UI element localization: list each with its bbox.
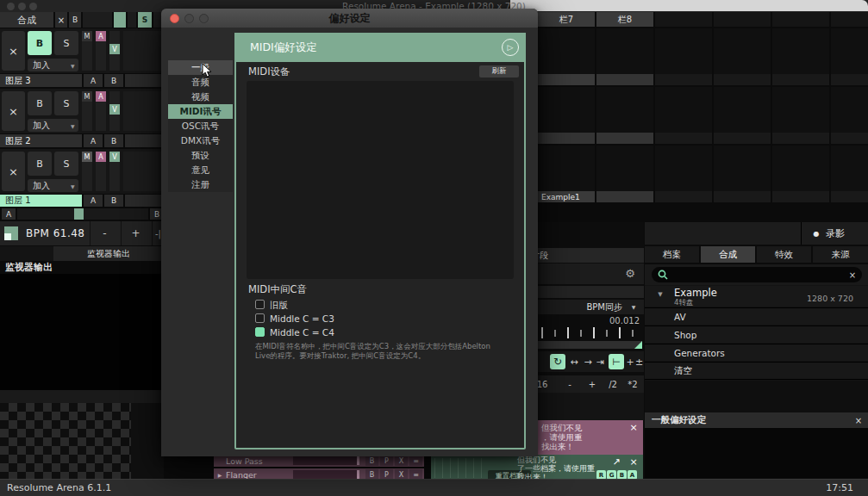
play-once-button[interactable]: → <box>582 354 594 369</box>
clip-label-empty[interactable] <box>655 191 712 202</box>
sidebar-item-midi[interactable]: MIDI讯号 <box>168 104 233 119</box>
composition-solo-cell[interactable]: S <box>138 12 152 28</box>
clip-label-empty[interactable] <box>596 133 653 144</box>
clip-label-empty[interactable] <box>714 191 771 202</box>
dialog-close-button[interactable] <box>170 14 179 23</box>
checkbox-legacy-label[interactable]: 旧版 <box>270 300 288 312</box>
layer3-mute-toggle[interactable]: M <box>82 31 92 41</box>
speed-pm-button[interactable]: ± <box>634 354 644 369</box>
layer1-video-toggle[interactable]: V <box>109 152 120 162</box>
clip-label-empty[interactable] <box>538 133 595 144</box>
list-item-clear[interactable]: 清空 <box>645 362 868 380</box>
monitor-output-tab[interactable]: 监视器输出 <box>53 246 164 261</box>
sidebar-item-general[interactable]: 一般 <box>168 60 233 75</box>
layer2-name[interactable]: 图层 2 <box>0 134 82 147</box>
midi-monitor-play-icon[interactable]: ▷ <box>502 39 519 56</box>
column-header-empty[interactable] <box>714 12 771 27</box>
expand-icon[interactable]: ↗ <box>610 456 622 467</box>
sidebar-item-audio[interactable]: 音频 <box>168 75 233 90</box>
search-clear-icon[interactable]: × <box>846 267 859 282</box>
bpm-plus-button[interactable]: + <box>121 221 150 245</box>
close-icon[interactable]: × <box>628 422 640 432</box>
effect-slider-handle[interactable] <box>357 456 359 465</box>
clip-label-empty[interactable] <box>772 191 829 202</box>
layer3-solo-button[interactable]: S <box>54 31 78 55</box>
checkbox-middle-c4[interactable] <box>255 327 265 337</box>
loop-mode-button[interactable]: ↻ <box>550 354 565 369</box>
tab-compositions[interactable]: 合成 <box>701 246 755 263</box>
effect-slider-handle[interactable] <box>357 470 359 479</box>
clip-label-empty[interactable] <box>714 133 771 144</box>
layer2-audio-toggle[interactable]: A <box>96 91 106 102</box>
speed-plus-button[interactable]: + <box>626 354 634 369</box>
sidebar-item-feedback[interactable]: 意见 <box>168 163 233 177</box>
column-header[interactable]: 栏7 <box>538 12 595 27</box>
column-header-empty[interactable] <box>831 12 868 27</box>
effect-remove-button[interactable]: X <box>395 456 408 466</box>
pingpong-mode-button[interactable]: ↔ <box>568 354 580 369</box>
clip-label-empty[interactable] <box>831 133 868 144</box>
clip-progress-bar[interactable] <box>528 341 642 349</box>
tab-files[interactable]: 档案 <box>645 246 699 263</box>
layer1-audio-toggle[interactable]: A <box>96 152 106 162</box>
composition-close-button[interactable]: × <box>55 12 67 28</box>
layer3-video-toggle[interactable]: V <box>109 44 120 54</box>
gear-icon[interactable]: ⚙ <box>622 265 638 281</box>
crossfader-a-button[interactable]: A <box>2 208 16 220</box>
record-button[interactable]: 录影 <box>826 222 867 245</box>
clip-label-empty[interactable] <box>831 74 868 85</box>
clip-label-empty[interactable] <box>772 74 829 85</box>
layer3-clear-button[interactable]: × <box>2 31 25 71</box>
effect-slider[interactable] <box>293 456 359 465</box>
tab-effects[interactable]: 特效 <box>757 246 811 263</box>
layer3-audio-toggle[interactable]: A <box>96 31 106 41</box>
column-header-empty[interactable] <box>772 12 829 27</box>
tree-caret-icon[interactable]: ▼ <box>655 289 665 300</box>
sidebar-item-defaults[interactable]: 预设 <box>168 148 233 163</box>
beats-plus-button[interactable]: + <box>585 375 599 393</box>
beats-minus-button[interactable]: - <box>563 375 577 393</box>
bpm-sync-dropdown[interactable]: BPM同步 <box>560 300 622 314</box>
beats-double-button[interactable]: *2 <box>624 375 641 393</box>
list-item-shop[interactable]: Shop <box>645 326 868 343</box>
sidebar-item-dmx[interactable]: DMX讯号 <box>168 133 233 148</box>
clip-label-empty[interactable] <box>714 74 771 85</box>
clip-label-empty[interactable] <box>596 191 653 202</box>
layer1-name[interactable]: 图层 1 <box>0 195 82 207</box>
sidebar-item-register[interactable]: 注册 <box>168 177 233 192</box>
crossfader-handle[interactable] <box>74 208 84 220</box>
refresh-button[interactable]: 刷新 <box>479 65 519 78</box>
list-item-generators[interactable]: Generators <box>645 344 868 361</box>
composition-active-cell[interactable] <box>114 12 126 28</box>
layer1-bypass-button[interactable]: B <box>28 152 52 176</box>
bpm-value[interactable]: BPM 61.48 <box>26 221 95 245</box>
clip-label-empty[interactable] <box>655 133 712 144</box>
clip-label-empty[interactable] <box>772 133 829 144</box>
layer2-video-toggle[interactable]: V <box>109 104 120 115</box>
list-item-av[interactable]: AV <box>645 307 868 325</box>
clip-label-empty[interactable] <box>538 74 595 85</box>
checkbox-middle-c3[interactable] <box>255 313 265 323</box>
layer1-a-assign[interactable]: A <box>84 195 103 207</box>
play-hold-button[interactable]: ⇥ <box>594 354 606 369</box>
layer2-solo-button[interactable]: S <box>54 91 78 115</box>
close-icon[interactable]: × <box>628 456 640 467</box>
tab-sources[interactable]: 来源 <box>813 246 868 263</box>
layer3-b-assign[interactable]: B <box>104 74 123 87</box>
checkbox-middle-c3-label[interactable]: Middle C = C3 <box>270 313 334 324</box>
play-direction-button[interactable]: ⊢ <box>609 354 624 369</box>
clip-label-empty[interactable] <box>596 74 653 85</box>
bpm-minus-button[interactable]: - <box>90 221 119 245</box>
layer3-bypass-button[interactable]: B <box>28 31 52 55</box>
checkbox-legacy[interactable] <box>255 300 265 309</box>
sidebar-item-osc[interactable]: OSC讯号 <box>168 119 233 133</box>
effect-slider[interactable] <box>293 470 359 479</box>
close-icon[interactable]: × <box>852 412 865 428</box>
effect-pick-button[interactable]: P <box>380 456 393 466</box>
beats-half-button[interactable]: /2 <box>604 375 621 393</box>
layer2-b-assign[interactable]: B <box>104 134 123 147</box>
column-header[interactable]: 栏8 <box>596 12 653 27</box>
layer2-mute-toggle[interactable]: M <box>82 91 92 102</box>
clip-label[interactable]: Example1 <box>538 191 595 202</box>
column-header-empty[interactable] <box>655 12 712 27</box>
